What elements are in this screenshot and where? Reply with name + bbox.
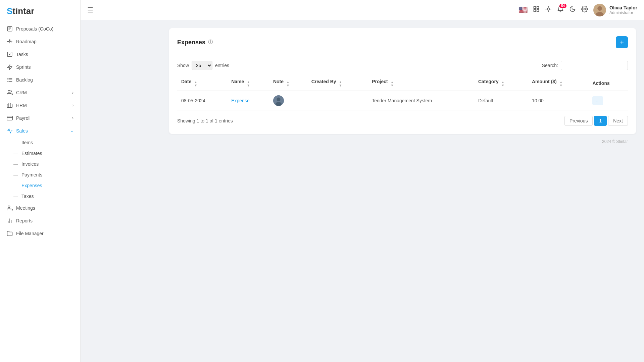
show-label: Show: [177, 63, 189, 68]
dark-mode-toggle[interactable]: [569, 6, 576, 14]
sidebar-item-backlog[interactable]: Backlog: [0, 73, 80, 86]
svg-rect-28: [537, 10, 539, 12]
sort-icon: ▲▼: [286, 81, 290, 87]
col-created-by[interactable]: Created By ▲▼: [307, 75, 368, 91]
dash-icon: —: [13, 194, 18, 199]
sort-icon: ▲▼: [339, 81, 342, 87]
svg-point-39: [277, 98, 280, 101]
sidebar-item-proposals[interactable]: Proposals (CoCo): [0, 22, 80, 35]
page-1-button[interactable]: 1: [594, 116, 607, 126]
info-icon[interactable]: ⓘ: [208, 39, 213, 45]
sidebar-item-label: Payroll: [16, 115, 31, 121]
expenses-card: Expenses ⓘ + Show 10 25 50 100 entries S…: [169, 28, 636, 134]
sidebar-item-payroll[interactable]: Payroll ›: [0, 112, 80, 124]
svg-rect-27: [534, 10, 536, 12]
sidebar-subitem-payments[interactable]: — Payments: [0, 169, 80, 180]
menu-toggle-button[interactable]: ☰: [87, 6, 93, 14]
chevron-right-icon: ›: [72, 116, 73, 120]
sprints-icon: [7, 64, 13, 70]
sidebar-item-sales[interactable]: Sales ⌄: [0, 124, 80, 137]
user-info: Olivia Taylor Administrator: [609, 5, 637, 15]
sidebar-item-crm[interactable]: CRM ›: [0, 86, 80, 99]
header-right: 🇺🇸 54: [518, 4, 637, 16]
cell-note: [269, 91, 307, 110]
settings-icon[interactable]: [581, 6, 588, 14]
notifications-icon[interactable]: 54: [557, 6, 564, 14]
show-entries-control: Show 10 25 50 100 entries: [177, 61, 229, 70]
sidebar-item-label: File Manager: [16, 231, 44, 236]
hrm-icon: [7, 102, 13, 108]
dash-icon: —: [13, 161, 18, 167]
search-input[interactable]: [561, 61, 628, 70]
sidebar-item-label: Reports: [16, 218, 33, 223]
entries-select[interactable]: 10 25 50 100: [192, 61, 212, 70]
sidebar-subitem-label: Expenses: [21, 183, 42, 188]
tasks-icon: [7, 51, 13, 57]
table-body: 08-05-2024 Expense Tender Management Sys: [177, 91, 628, 110]
sidebar-item-reports[interactable]: Reports: [0, 214, 80, 227]
folder-icon: [7, 230, 13, 237]
col-actions: Actions: [588, 75, 628, 91]
next-page-button[interactable]: Next: [608, 116, 628, 126]
col-note[interactable]: Note ▲▼: [269, 75, 307, 91]
previous-page-button[interactable]: Previous: [564, 116, 593, 126]
user-profile[interactable]: Olivia Taylor Administrator: [593, 4, 637, 16]
sidebar-subitem-invoices[interactable]: — Invoices: [0, 159, 80, 169]
meetings-icon: [7, 205, 13, 211]
sidebar-item-tasks[interactable]: Tasks: [0, 48, 80, 61]
svg-point-34: [584, 8, 586, 10]
sidebar-item-file-manager[interactable]: File Manager: [0, 227, 80, 240]
row-action-button[interactable]: ...: [592, 96, 603, 105]
col-project[interactable]: Project ▲▼: [368, 75, 474, 91]
cell-project: Tender Management System: [368, 91, 474, 110]
header-left: ☰: [87, 6, 513, 14]
notification-badge: 54: [559, 4, 566, 8]
language-selector[interactable]: 🇺🇸: [518, 6, 528, 14]
sidebar-subitem-label: Estimates: [21, 151, 42, 156]
dash-icon: —: [13, 183, 18, 188]
cell-amount: 10.00: [528, 91, 589, 110]
cell-created-by: [307, 91, 368, 110]
col-category[interactable]: Category ▲▼: [474, 75, 528, 91]
svg-point-17: [8, 90, 10, 92]
sales-icon: [7, 128, 13, 134]
svg-rect-19: [7, 116, 13, 120]
cell-name[interactable]: Expense: [227, 91, 269, 110]
note-avatar: [273, 95, 284, 106]
sidebar-item-label: Sales: [16, 128, 28, 134]
logo: Stintar: [0, 0, 80, 22]
dash-icon: —: [13, 172, 18, 177]
chevron-down-icon: ⌄: [70, 128, 73, 133]
sidebar-item-label: HRM: [16, 103, 27, 108]
sidebar-subitem-estimates[interactable]: — Estimates: [0, 148, 80, 159]
sidebar-subitem-items[interactable]: — Items: [0, 137, 80, 148]
add-expense-button[interactable]: +: [616, 36, 628, 48]
dash-icon: —: [13, 140, 18, 145]
sidebar-subitem-taxes[interactable]: — Taxes: [0, 191, 80, 202]
pagination-info: Showing 1 to 1 of 1 entries: [177, 118, 233, 123]
col-name[interactable]: Name ▲▼: [227, 75, 269, 91]
grid-icon[interactable]: [533, 6, 540, 14]
col-amount[interactable]: Amount ($) ▲▼: [528, 75, 589, 91]
sidebar-subitem-label: Items: [21, 140, 33, 145]
sidebar-item-hrm[interactable]: HRM ›: [0, 99, 80, 112]
svg-point-21: [8, 206, 10, 208]
avatar: [593, 4, 606, 16]
user-name: Olivia Taylor: [609, 5, 637, 10]
col-date[interactable]: Date ▲▼: [177, 75, 227, 91]
footer: 2024 © Stintar: [169, 134, 636, 149]
file-icon: [7, 26, 13, 32]
sort-icon: ▲▼: [391, 81, 394, 87]
sidebar-item-meetings[interactable]: Meetings: [0, 202, 80, 214]
sidebar-item-label: Proposals (CoCo): [16, 26, 53, 32]
entries-label: entries: [215, 63, 229, 68]
crosshair-icon[interactable]: [545, 6, 552, 14]
sidebar-subitem-expenses[interactable]: — Expenses: [0, 180, 80, 191]
cell-actions: ...: [588, 91, 628, 110]
search-box: Search:: [542, 61, 628, 70]
footer-text: 2024 © Stintar: [602, 139, 628, 144]
sidebar-nav: Proposals (CoCo) Roadmap Tasks Sprints: [0, 22, 80, 240]
sidebar-item-sprints[interactable]: Sprints: [0, 61, 80, 73]
reports-icon: [7, 218, 13, 224]
sidebar-item-roadmap[interactable]: Roadmap: [0, 35, 80, 48]
